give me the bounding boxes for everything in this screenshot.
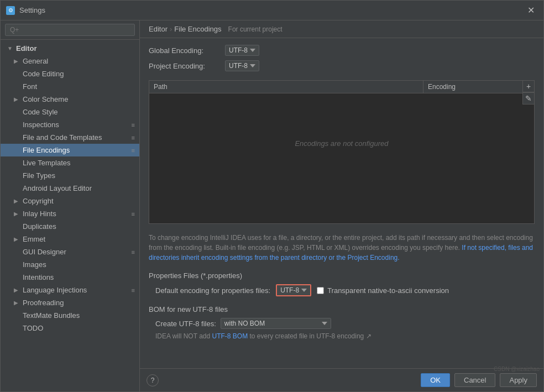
sidebar-item-textmate-bundles[interactable]: TextMate Bundles — [1, 309, 139, 322]
sidebar-item-code-style[interactable]: Code Style — [1, 106, 139, 118]
project-encoding-row: Project Encoding: UTF-8 — [149, 60, 535, 71]
bottom-right: OK Cancel Apply — [421, 373, 537, 387]
breadcrumb-for-project: For current project — [228, 25, 283, 33]
transparent-checkbox-row: Transparent native-to-ascii conversion — [317, 286, 449, 295]
default-encoding-select[interactable]: UTF-8 — [276, 284, 311, 296]
sidebar-item-label: Emmet — [23, 235, 45, 243]
breadcrumb-separator: › — [170, 25, 172, 33]
config-icon: ≡ — [132, 249, 135, 255]
sidebar-item-code-editing[interactable]: Code Editing — [1, 67, 139, 80]
sidebar-item-file-encodings[interactable]: File Encodings ≡ — [1, 144, 139, 156]
sidebar-item-label: TextMate Bundles — [23, 311, 80, 320]
sidebar-item-label: Intentions — [23, 273, 54, 281]
sidebar-item-label: Proofreading — [23, 299, 64, 307]
config-icon: ≡ — [132, 287, 135, 294]
search-input[interactable] — [5, 24, 135, 36]
sidebar-item-intentions[interactable]: Intentions — [1, 271, 139, 284]
bottom-bar: ? OK Cancel Apply — [140, 368, 543, 391]
expand-arrow-icon: ▶ — [14, 300, 20, 306]
sidebar-item-gui-designer[interactable]: GUI Designer ≡ — [1, 245, 139, 258]
cancel-button[interactable]: Cancel — [454, 373, 495, 387]
sidebar-item-label: Color Scheme — [23, 95, 68, 103]
sidebar-item-images[interactable]: Images — [1, 258, 139, 271]
table-empty-message: Encodings are not configured — [149, 93, 534, 193]
sidebar-item-label: Inlay Hints — [23, 210, 56, 218]
sidebar-item-label: Copyright — [23, 197, 54, 205]
encoding-description: To change encoding IntelliJ IDEA uses fo… — [140, 228, 543, 267]
nav-tree: ▼ Editor ▶ General Code Editing Font — [1, 40, 139, 391]
table-header: Path Encoding — [149, 81, 534, 93]
sidebar-item-label: Images — [23, 260, 46, 269]
create-utf8-label: Create UTF-8 files: — [155, 320, 216, 328]
bom-note: IDEA will NOT add UTF-8 BOM to every cre… — [149, 332, 535, 340]
breadcrumb-current: File Encodings — [174, 25, 221, 33]
close-button[interactable]: ✕ — [524, 4, 538, 17]
expand-arrow-icon: ▶ — [14, 96, 20, 102]
edit-path-button[interactable]: ✎ — [522, 92, 535, 104]
sidebar-item-proofreading[interactable]: ▶ Proofreading — [1, 296, 139, 309]
add-path-button[interactable]: + — [522, 80, 535, 92]
expand-arrow-icon: ▶ — [14, 287, 20, 293]
window-title: Settings — [19, 6, 520, 14]
project-encoding-select[interactable]: UTF-8 — [225, 60, 259, 71]
default-encoding-row: Default encoding for properties files: U… — [149, 284, 535, 296]
sidebar-item-emmet[interactable]: ▶ Emmet — [1, 233, 139, 245]
sidebar-item-android-layout-editor[interactable]: Android Layout Editor — [1, 182, 139, 195]
config-icon: ≡ — [132, 147, 135, 154]
bom-section-title: BOM for new UTF-8 files — [149, 305, 535, 313]
encoding-top: Global Encoding: UTF-8 Project Encoding:… — [140, 38, 543, 76]
sidebar-item-label: Inspections — [23, 121, 59, 129]
expand-arrow-icon: ▶ — [14, 198, 20, 204]
sidebar-section-editor[interactable]: ▼ Editor — [1, 42, 139, 55]
create-utf8-select[interactable]: with NO BOM with BOM with BOM if necessa… — [221, 318, 331, 329]
app-icon: ⚙ — [6, 6, 15, 15]
breadcrumb-editor: Editor — [149, 25, 168, 33]
sidebar-item-inspections[interactable]: Inspections ≡ — [1, 118, 139, 131]
sidebar-item-label: Live Templates — [23, 159, 70, 167]
sidebar-item-label: File and Code Templates — [23, 133, 102, 142]
bottom-left: ? — [147, 374, 159, 386]
sidebar: ▼ Editor ▶ General Code Editing Font — [1, 20, 140, 391]
path-table-container: Path Encoding Encodings are not configur… — [149, 80, 535, 224]
sidebar-item-file-and-code-templates[interactable]: File and Code Templates ≡ — [1, 131, 139, 144]
sidebar-item-label: General — [23, 57, 48, 65]
sidebar-item-copyright[interactable]: ▶ Copyright — [1, 195, 139, 207]
sidebar-item-label: TODO — [23, 324, 43, 332]
main-content: ▼ Editor ▶ General Code Editing Font — [1, 20, 543, 391]
sidebar-item-label: Language Injections — [23, 286, 87, 294]
transparent-checkbox[interactable] — [317, 287, 324, 294]
bom-section: BOM for new UTF-8 files Create UTF-8 fil… — [140, 303, 543, 344]
sidebar-item-duplicates[interactable]: Duplicates — [1, 220, 139, 233]
ok-button[interactable]: OK — [421, 373, 450, 387]
global-encoding-row: Global Encoding: UTF-8 — [149, 45, 535, 56]
sidebar-item-label: Code Editing — [23, 70, 64, 78]
sidebar-item-file-types[interactable]: File Types — [1, 169, 139, 182]
sidebar-item-label: Code Style — [23, 108, 58, 116]
sidebar-item-font[interactable]: Font — [1, 80, 139, 93]
sidebar-item-todo[interactable]: TODO — [1, 322, 139, 334]
global-encoding-label: Global Encoding: — [149, 46, 221, 55]
bom-note-link: UTF-8 BOM — [212, 332, 248, 340]
help-button[interactable]: ? — [147, 374, 159, 386]
transparent-label[interactable]: Transparent native-to-ascii conversion — [327, 286, 449, 295]
search-box — [1, 20, 139, 40]
sidebar-item-label: File Types — [23, 171, 55, 180]
breadcrumb: Editor › File Encodings For current proj… — [140, 20, 543, 38]
apply-button[interactable]: Apply — [500, 373, 537, 387]
project-encoding-label: Project Encoding: — [149, 62, 221, 70]
sidebar-item-general[interactable]: ▶ General — [1, 55, 139, 67]
table-actions: + ✎ — [522, 80, 535, 104]
bom-note-prefix: IDEA will NOT add — [155, 332, 212, 340]
sidebar-item-live-templates[interactable]: Live Templates — [1, 156, 139, 169]
sidebar-item-inlay-hints[interactable]: ▶ Inlay Hints ≡ — [1, 207, 139, 220]
global-encoding-select[interactable]: UTF-8 — [225, 45, 259, 56]
sidebar-item-label: Duplicates — [23, 222, 56, 231]
default-encoding-label: Default encoding for properties files: — [155, 286, 270, 295]
sidebar-item-language-injections[interactable]: ▶ Language Injections ≡ — [1, 284, 139, 296]
sidebar-item-label: GUI Designer — [23, 248, 66, 256]
properties-section-title: Properties Files (*.properties) — [149, 271, 535, 280]
right-panel: Editor › File Encodings For current proj… — [140, 20, 543, 391]
sidebar-item-label: File Encodings — [23, 146, 70, 154]
sidebar-item-color-scheme[interactable]: ▶ Color Scheme — [1, 93, 139, 106]
config-icon: ≡ — [132, 122, 135, 128]
